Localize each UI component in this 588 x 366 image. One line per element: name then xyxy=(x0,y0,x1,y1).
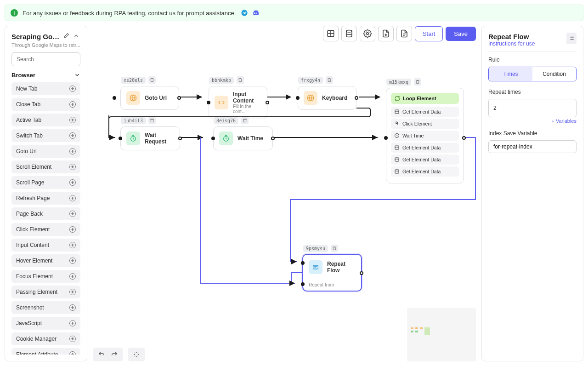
action-new-tab[interactable]: New Tab xyxy=(11,82,80,95)
telegram-icon[interactable] xyxy=(240,9,249,17)
loop-step[interactable]: Click Element xyxy=(391,119,459,129)
add-icon[interactable] xyxy=(69,148,76,154)
delete-icon[interactable] xyxy=(414,78,421,86)
node-id: m15kmxq xyxy=(386,79,411,86)
settings-icon[interactable] xyxy=(360,26,375,41)
add-icon[interactable] xyxy=(69,101,76,108)
node-keyboard[interactable]: frxgy4n Keyboard xyxy=(298,86,356,110)
index-var-input[interactable] xyxy=(488,140,577,153)
add-icon[interactable] xyxy=(69,336,76,342)
panel-title: Repeat Flow xyxy=(488,33,535,40)
seg-condition[interactable]: Condition xyxy=(532,67,576,81)
loop-step[interactable]: Wait Time xyxy=(391,131,459,141)
export-icon[interactable] xyxy=(378,26,394,41)
node-loop-element[interactable]: m15kmxq Loop Element Get Element DataCli… xyxy=(386,88,464,183)
action-refresh-page[interactable]: Refresh Page xyxy=(11,192,80,205)
svg-rect-11 xyxy=(395,170,399,173)
action-scroll-element[interactable]: Scroll Element xyxy=(11,160,80,173)
delete-icon[interactable] xyxy=(241,117,249,124)
delete-icon[interactable] xyxy=(148,76,156,84)
action-switch-tab[interactable]: Switch Tab xyxy=(11,129,80,142)
delete-icon[interactable] xyxy=(148,117,156,124)
node-wait-request[interactable]: juh4il3 Wait Request xyxy=(120,126,180,150)
edit-icon[interactable] xyxy=(63,33,70,40)
add-icon[interactable] xyxy=(69,211,76,217)
panel-menu-icon[interactable] xyxy=(566,33,577,44)
node-id: 8eisg76 xyxy=(214,117,238,124)
node-id: xs20els xyxy=(121,77,146,84)
add-icon[interactable] xyxy=(69,289,76,295)
add-icon[interactable] xyxy=(69,320,76,326)
svg-point-1 xyxy=(346,30,352,33)
svg-rect-7 xyxy=(395,110,399,114)
index-var-label: Index Save Variable xyxy=(488,130,577,137)
action-passing-element[interactable]: Passing Element xyxy=(11,286,80,298)
collapse-icon[interactable] xyxy=(73,33,80,40)
node-goto-url[interactable]: xs20els Goto Url xyxy=(120,86,179,110)
action-page-back[interactable]: Page Back xyxy=(11,207,80,220)
repeat-times-input[interactable] xyxy=(488,99,577,117)
minimap[interactable] xyxy=(407,308,476,361)
loop-step[interactable]: Get Element Data xyxy=(391,107,459,117)
action-focus-element[interactable]: Focus Element xyxy=(11,270,80,283)
delete-icon[interactable] xyxy=(237,76,244,84)
delete-icon[interactable] xyxy=(331,245,338,252)
action-screenshot[interactable]: Screenshot xyxy=(11,301,80,314)
group-browser[interactable]: Browser xyxy=(11,72,80,79)
loop-step[interactable]: Get Element Data xyxy=(391,166,459,177)
action-input-content[interactable]: Input Content xyxy=(11,239,80,252)
action-element-attribute[interactable]: Element Attribute xyxy=(11,348,80,355)
add-icon[interactable] xyxy=(69,86,76,92)
ai-sparkle-icon[interactable] xyxy=(132,350,141,359)
action-goto-url[interactable]: Goto Url xyxy=(11,145,80,158)
svg-rect-10 xyxy=(395,158,399,161)
instructions-link[interactable]: Instructions for use xyxy=(488,40,535,47)
action-javascript[interactable]: JavaScript xyxy=(11,317,80,330)
start-button[interactable]: Start xyxy=(415,26,443,41)
add-icon[interactable] xyxy=(69,179,76,186)
action-hover-element[interactable]: Hover Element xyxy=(11,254,80,267)
notes-icon[interactable] xyxy=(396,26,412,41)
grid-icon[interactable] xyxy=(323,26,339,41)
canvas[interactable]: Start Save xs20els xyxy=(93,26,476,361)
seg-times[interactable]: Times xyxy=(489,67,532,81)
node-wait-time[interactable]: 8eisg76 Wait Time xyxy=(213,126,273,150)
add-icon[interactable] xyxy=(69,117,76,123)
workflow-subtitle: Through Google Maps to retr... xyxy=(11,42,80,48)
search-input[interactable] xyxy=(11,52,80,66)
node-id: juh4il3 xyxy=(121,117,146,124)
banner-text: For any issues or feedback during RPA te… xyxy=(23,10,236,17)
svg-point-2 xyxy=(367,33,369,35)
action-cookie-manager[interactable]: Cookie Manager xyxy=(11,332,80,345)
add-icon[interactable] xyxy=(69,351,76,355)
loop-step[interactable]: Get Element Data xyxy=(391,154,459,165)
add-icon[interactable] xyxy=(69,304,76,311)
add-icon[interactable] xyxy=(69,273,76,280)
delete-icon[interactable] xyxy=(326,76,333,84)
add-icon[interactable] xyxy=(69,132,76,139)
discord-icon[interactable] xyxy=(251,9,260,17)
action-active-tab[interactable]: Active Tab xyxy=(11,114,80,126)
workflow-title: Scraping Google... xyxy=(11,33,60,40)
undo-icon[interactable] xyxy=(97,350,106,359)
save-button[interactable]: Save xyxy=(446,27,476,41)
node-input-content[interactable]: bbhkmkb Input ContentFill in the cont... xyxy=(209,86,267,119)
add-icon[interactable] xyxy=(69,226,76,233)
action-click-element[interactable]: Click Element xyxy=(11,223,80,236)
node-id: 9psmysu xyxy=(303,245,328,252)
add-icon[interactable] xyxy=(69,195,76,201)
add-icon[interactable] xyxy=(69,257,76,264)
sidebar: Scraping Google... Through Google Maps t… xyxy=(5,26,87,361)
add-icon[interactable] xyxy=(69,164,76,170)
rule-segmented: Times Condition xyxy=(488,67,577,81)
node-repeat-flow[interactable]: 9psmysu Repeat Flow Repeat from xyxy=(302,254,362,292)
loop-step[interactable]: Get Element Data xyxy=(391,143,459,153)
canvas-bottom-toolbar xyxy=(93,348,145,361)
add-icon[interactable] xyxy=(69,242,76,248)
action-scroll-page[interactable]: Scroll Page xyxy=(11,176,80,189)
variables-link[interactable]: + Variables xyxy=(488,118,577,124)
database-icon[interactable] xyxy=(341,26,357,41)
redo-icon[interactable] xyxy=(110,350,119,359)
action-close-tab[interactable]: Close Tab xyxy=(11,98,80,111)
svg-rect-12 xyxy=(313,265,318,269)
